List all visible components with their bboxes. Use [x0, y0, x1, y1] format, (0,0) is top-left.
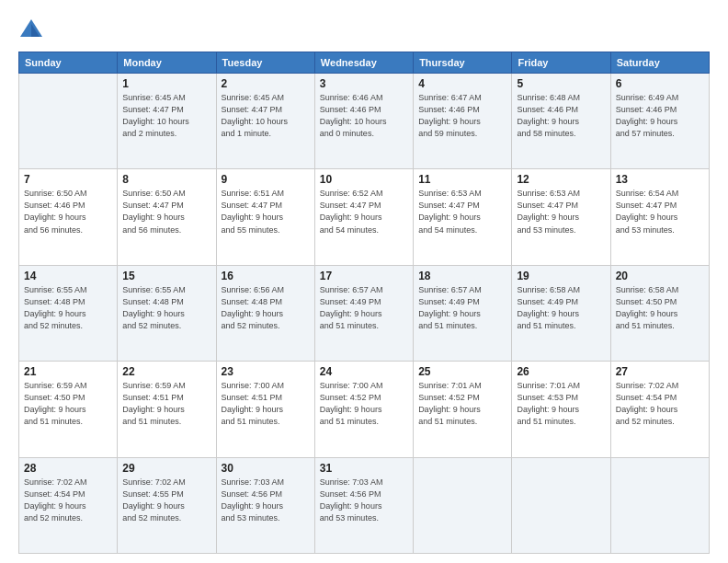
- day-number: 4: [418, 77, 506, 90]
- day-number: 13: [616, 173, 704, 186]
- day-info: Sunrise: 7:01 AM Sunset: 4:52 PM Dayligh…: [418, 380, 506, 428]
- day-number: 8: [122, 173, 210, 186]
- day-info: Sunrise: 6:56 AM Sunset: 4:48 PM Dayligh…: [222, 284, 310, 332]
- calendar-cell: 27Sunrise: 7:02 AM Sunset: 4:54 PM Dayli…: [610, 362, 709, 457]
- calendar-cell: [19, 74, 118, 169]
- weekday-header: Thursday: [414, 52, 512, 74]
- day-info: Sunrise: 6:59 AM Sunset: 4:51 PM Dayligh…: [122, 380, 210, 428]
- day-info: Sunrise: 6:55 AM Sunset: 4:48 PM Dayligh…: [24, 284, 112, 332]
- day-number: 26: [517, 365, 605, 378]
- day-info: Sunrise: 6:51 AM Sunset: 4:47 PM Dayligh…: [222, 188, 310, 236]
- calendar-cell: 1Sunrise: 6:45 AM Sunset: 4:47 PM Daylig…: [118, 74, 216, 169]
- calendar-cell: [610, 457, 709, 553]
- weekday-header: Friday: [512, 52, 610, 74]
- calendar-cell: 12Sunrise: 6:53 AM Sunset: 4:47 PM Dayli…: [512, 169, 610, 265]
- day-number: 18: [418, 270, 506, 282]
- day-info: Sunrise: 6:50 AM Sunset: 4:46 PM Dayligh…: [24, 188, 112, 236]
- calendar-cell: 16Sunrise: 6:56 AM Sunset: 4:48 PM Dayli…: [216, 265, 314, 361]
- day-info: Sunrise: 6:58 AM Sunset: 4:49 PM Dayligh…: [517, 284, 605, 332]
- calendar-cell: 23Sunrise: 7:00 AM Sunset: 4:51 PM Dayli…: [216, 362, 314, 457]
- day-info: Sunrise: 6:53 AM Sunset: 4:47 PM Dayligh…: [418, 188, 506, 236]
- calendar-cell: 7Sunrise: 6:50 AM Sunset: 4:46 PM Daylig…: [19, 169, 118, 265]
- header: [18, 17, 710, 42]
- calendar-cell: 21Sunrise: 6:59 AM Sunset: 4:50 PM Dayli…: [19, 362, 118, 457]
- calendar: SundayMondayTuesdayWednesdayThursdayFrid…: [18, 52, 710, 554]
- day-info: Sunrise: 6:55 AM Sunset: 4:48 PM Dayligh…: [122, 284, 210, 332]
- day-info: Sunrise: 6:45 AM Sunset: 4:47 PM Dayligh…: [222, 92, 310, 140]
- day-number: 16: [222, 270, 310, 282]
- day-number: 14: [24, 270, 112, 282]
- day-info: Sunrise: 7:02 AM Sunset: 4:54 PM Dayligh…: [24, 477, 112, 524]
- calendar-cell: 31Sunrise: 7:03 AM Sunset: 4:56 PM Dayli…: [314, 457, 413, 553]
- day-info: Sunrise: 6:47 AM Sunset: 4:46 PM Dayligh…: [418, 92, 506, 140]
- calendar-cell: 29Sunrise: 7:02 AM Sunset: 4:55 PM Dayli…: [118, 457, 216, 553]
- day-number: 28: [24, 462, 112, 475]
- calendar-cell: 6Sunrise: 6:49 AM Sunset: 4:46 PM Daylig…: [610, 74, 709, 169]
- calendar-cell: 25Sunrise: 7:01 AM Sunset: 4:52 PM Dayli…: [414, 362, 512, 457]
- day-info: Sunrise: 6:45 AM Sunset: 4:47 PM Dayligh…: [122, 92, 210, 140]
- day-info: Sunrise: 6:58 AM Sunset: 4:50 PM Dayligh…: [616, 284, 704, 332]
- calendar-cell: [414, 457, 512, 553]
- calendar-cell: 22Sunrise: 6:59 AM Sunset: 4:51 PM Dayli…: [118, 362, 216, 457]
- day-number: 3: [320, 77, 408, 90]
- weekday-header-row: SundayMondayTuesdayWednesdayThursdayFrid…: [19, 52, 710, 74]
- day-number: 9: [222, 173, 310, 186]
- day-number: 30: [222, 462, 310, 475]
- day-number: 20: [616, 270, 704, 282]
- day-number: 5: [517, 77, 605, 90]
- day-info: Sunrise: 6:59 AM Sunset: 4:50 PM Dayligh…: [24, 380, 112, 428]
- day-number: 11: [418, 173, 506, 186]
- day-info: Sunrise: 6:53 AM Sunset: 4:47 PM Dayligh…: [517, 188, 605, 236]
- day-number: 7: [24, 173, 112, 186]
- calendar-cell: 11Sunrise: 6:53 AM Sunset: 4:47 PM Dayli…: [414, 169, 512, 265]
- day-number: 10: [320, 173, 408, 186]
- day-info: Sunrise: 6:49 AM Sunset: 4:46 PM Dayligh…: [616, 92, 704, 140]
- day-number: 12: [517, 173, 605, 186]
- calendar-cell: 3Sunrise: 6:46 AM Sunset: 4:46 PM Daylig…: [314, 74, 413, 169]
- weekday-header: Wednesday: [314, 52, 413, 74]
- day-number: 15: [122, 270, 210, 282]
- calendar-cell: 26Sunrise: 7:01 AM Sunset: 4:53 PM Dayli…: [512, 362, 610, 457]
- weekday-header: Tuesday: [216, 52, 314, 74]
- weekday-header: Monday: [118, 52, 216, 74]
- page: SundayMondayTuesdayWednesdayThursdayFrid…: [0, 0, 728, 563]
- calendar-week-row: 7Sunrise: 6:50 AM Sunset: 4:46 PM Daylig…: [19, 169, 710, 265]
- day-info: Sunrise: 6:57 AM Sunset: 4:49 PM Dayligh…: [418, 284, 506, 332]
- day-info: Sunrise: 7:02 AM Sunset: 4:55 PM Dayligh…: [122, 477, 210, 524]
- day-info: Sunrise: 7:00 AM Sunset: 4:52 PM Dayligh…: [320, 380, 408, 428]
- calendar-cell: 9Sunrise: 6:51 AM Sunset: 4:47 PM Daylig…: [216, 169, 314, 265]
- day-info: Sunrise: 6:54 AM Sunset: 4:47 PM Dayligh…: [616, 188, 704, 236]
- day-info: Sunrise: 7:02 AM Sunset: 4:54 PM Dayligh…: [616, 380, 704, 428]
- logo-icon: [18, 17, 44, 42]
- day-number: 21: [24, 365, 112, 378]
- day-info: Sunrise: 6:50 AM Sunset: 4:47 PM Dayligh…: [122, 188, 210, 236]
- calendar-cell: 24Sunrise: 7:00 AM Sunset: 4:52 PM Dayli…: [314, 362, 413, 457]
- day-number: 1: [122, 77, 210, 90]
- day-number: 6: [616, 77, 704, 90]
- day-number: 27: [616, 365, 704, 378]
- day-info: Sunrise: 6:46 AM Sunset: 4:46 PM Dayligh…: [320, 92, 408, 140]
- calendar-cell: 10Sunrise: 6:52 AM Sunset: 4:47 PM Dayli…: [314, 169, 413, 265]
- day-number: 25: [418, 365, 506, 378]
- day-number: 24: [320, 365, 408, 378]
- day-number: 2: [222, 77, 310, 90]
- calendar-cell: 20Sunrise: 6:58 AM Sunset: 4:50 PM Dayli…: [610, 265, 709, 361]
- calendar-cell: 15Sunrise: 6:55 AM Sunset: 4:48 PM Dayli…: [118, 265, 216, 361]
- day-number: 17: [320, 270, 408, 282]
- calendar-week-row: 21Sunrise: 6:59 AM Sunset: 4:50 PM Dayli…: [19, 362, 710, 457]
- day-info: Sunrise: 7:03 AM Sunset: 4:56 PM Dayligh…: [320, 477, 408, 524]
- day-number: 31: [320, 462, 408, 475]
- calendar-week-row: 14Sunrise: 6:55 AM Sunset: 4:48 PM Dayli…: [19, 265, 710, 361]
- calendar-cell: 19Sunrise: 6:58 AM Sunset: 4:49 PM Dayli…: [512, 265, 610, 361]
- calendar-cell: 2Sunrise: 6:45 AM Sunset: 4:47 PM Daylig…: [216, 74, 314, 169]
- day-number: 23: [222, 365, 310, 378]
- logo: [18, 17, 48, 42]
- weekday-header: Sunday: [19, 52, 118, 74]
- calendar-cell: 5Sunrise: 6:48 AM Sunset: 4:46 PM Daylig…: [512, 74, 610, 169]
- calendar-cell: 30Sunrise: 7:03 AM Sunset: 4:56 PM Dayli…: [216, 457, 314, 553]
- calendar-week-row: 28Sunrise: 7:02 AM Sunset: 4:54 PM Dayli…: [19, 457, 710, 553]
- day-number: 29: [122, 462, 210, 475]
- day-info: Sunrise: 6:57 AM Sunset: 4:49 PM Dayligh…: [320, 284, 408, 332]
- day-number: 22: [122, 365, 210, 378]
- calendar-week-row: 1Sunrise: 6:45 AM Sunset: 4:47 PM Daylig…: [19, 74, 710, 169]
